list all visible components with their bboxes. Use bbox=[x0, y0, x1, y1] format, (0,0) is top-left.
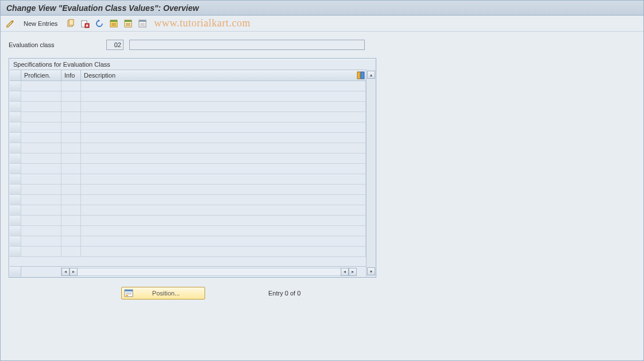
cell-proficiency[interactable] bbox=[21, 247, 61, 256]
table-row[interactable] bbox=[10, 185, 366, 195]
deselect-all-icon[interactable] bbox=[136, 18, 149, 29]
cell-proficiency[interactable] bbox=[21, 112, 61, 122]
scroll-left-end-icon[interactable]: ◂ bbox=[61, 268, 70, 276]
column-description[interactable]: Description bbox=[81, 70, 356, 80]
cell-info[interactable] bbox=[61, 102, 81, 112]
cell-description[interactable] bbox=[81, 205, 356, 215]
table-row[interactable] bbox=[10, 112, 366, 122]
table-row[interactable] bbox=[10, 91, 366, 102]
cell-proficiency[interactable] bbox=[21, 216, 61, 225]
column-proficiency[interactable]: Proficien. bbox=[21, 70, 61, 80]
cell-description[interactable] bbox=[81, 195, 356, 205]
table-row[interactable] bbox=[10, 174, 366, 185]
cell-info[interactable] bbox=[61, 226, 81, 236]
cell-description[interactable] bbox=[81, 174, 356, 184]
position-button[interactable]: Position... bbox=[121, 287, 205, 299]
select-all-column-header[interactable] bbox=[10, 70, 21, 80]
scroll-left-icon[interactable]: ▸ bbox=[70, 268, 78, 276]
select-block-icon[interactable] bbox=[122, 18, 134, 29]
scroll-right-end-icon[interactable]: ▸ bbox=[349, 268, 357, 276]
cell-info[interactable] bbox=[61, 185, 81, 194]
cell-proficiency[interactable] bbox=[21, 164, 61, 174]
row-selector[interactable] bbox=[10, 185, 21, 194]
cell-description[interactable] bbox=[81, 91, 356, 101]
row-selector[interactable] bbox=[10, 133, 21, 143]
cell-proficiency[interactable] bbox=[21, 122, 61, 132]
table-row[interactable] bbox=[10, 164, 366, 174]
cell-proficiency[interactable] bbox=[21, 195, 61, 205]
cell-description[interactable] bbox=[81, 81, 356, 91]
cell-proficiency[interactable] bbox=[21, 133, 61, 143]
cell-proficiency[interactable] bbox=[21, 143, 61, 153]
new-entries-button[interactable]: New Entries bbox=[18, 18, 63, 29]
row-selector[interactable] bbox=[10, 143, 21, 153]
cell-description[interactable] bbox=[81, 185, 356, 194]
copy-as-icon[interactable] bbox=[64, 18, 77, 29]
cell-description[interactable] bbox=[81, 133, 356, 143]
row-selector[interactable] bbox=[10, 164, 21, 174]
change-icon[interactable] bbox=[4, 18, 17, 29]
column-info[interactable]: Info bbox=[61, 70, 81, 80]
row-selector[interactable] bbox=[10, 122, 21, 132]
row-selector[interactable] bbox=[10, 195, 21, 205]
cell-description[interactable] bbox=[81, 112, 356, 122]
table-row[interactable] bbox=[10, 236, 366, 247]
cell-proficiency[interactable] bbox=[21, 102, 61, 112]
table-row[interactable] bbox=[10, 195, 366, 205]
table-row[interactable] bbox=[10, 81, 366, 91]
cell-info[interactable] bbox=[61, 91, 81, 101]
table-row[interactable] bbox=[10, 247, 366, 257]
cell-proficiency[interactable] bbox=[21, 174, 61, 184]
scroll-down-icon[interactable]: ▾ bbox=[367, 267, 375, 275]
cell-proficiency[interactable] bbox=[21, 91, 61, 101]
cell-info[interactable] bbox=[61, 247, 81, 256]
cell-proficiency[interactable] bbox=[21, 236, 61, 246]
cell-proficiency[interactable] bbox=[21, 81, 61, 91]
row-selector[interactable] bbox=[10, 91, 21, 101]
table-row[interactable] bbox=[10, 133, 366, 143]
hscroll-track[interactable] bbox=[78, 268, 341, 276]
cell-info[interactable] bbox=[61, 236, 81, 246]
cell-description[interactable] bbox=[81, 236, 356, 246]
row-selector[interactable] bbox=[10, 205, 21, 215]
cell-info[interactable] bbox=[61, 143, 81, 153]
cell-description[interactable] bbox=[81, 102, 356, 112]
table-row[interactable] bbox=[10, 153, 366, 164]
cell-proficiency[interactable] bbox=[21, 153, 61, 163]
row-selector[interactable] bbox=[10, 153, 21, 163]
evaluation-class-desc-input[interactable] bbox=[129, 40, 365, 50]
table-row[interactable] bbox=[10, 226, 366, 236]
scroll-right-icon[interactable]: ◂ bbox=[341, 268, 349, 276]
cell-info[interactable] bbox=[61, 153, 81, 163]
select-all-icon[interactable] bbox=[107, 18, 120, 29]
row-selector[interactable] bbox=[10, 226, 21, 236]
row-selector[interactable] bbox=[10, 112, 21, 122]
row-selector[interactable] bbox=[10, 247, 21, 256]
cell-info[interactable] bbox=[61, 133, 81, 143]
table-row[interactable] bbox=[10, 216, 366, 226]
cell-info[interactable] bbox=[61, 216, 81, 225]
scroll-up-icon[interactable]: ▴ bbox=[367, 71, 375, 79]
cell-proficiency[interactable] bbox=[21, 185, 61, 194]
cell-info[interactable] bbox=[61, 174, 81, 184]
cell-description[interactable] bbox=[81, 216, 356, 225]
cell-description[interactable] bbox=[81, 122, 356, 132]
cell-description[interactable] bbox=[81, 164, 356, 174]
table-row[interactable] bbox=[10, 122, 366, 133]
row-selector[interactable] bbox=[10, 174, 21, 184]
cell-description[interactable] bbox=[81, 153, 356, 163]
evaluation-class-code-input[interactable] bbox=[106, 40, 124, 50]
table-row[interactable] bbox=[10, 143, 366, 153]
cell-info[interactable] bbox=[61, 112, 81, 122]
cell-proficiency[interactable] bbox=[21, 226, 61, 236]
cell-info[interactable] bbox=[61, 122, 81, 132]
table-row[interactable] bbox=[10, 102, 366, 112]
row-selector[interactable] bbox=[10, 216, 21, 225]
cell-description[interactable] bbox=[81, 143, 356, 153]
cell-description[interactable] bbox=[81, 247, 356, 256]
cell-info[interactable] bbox=[61, 195, 81, 205]
cell-info[interactable] bbox=[61, 205, 81, 215]
cell-proficiency[interactable] bbox=[21, 205, 61, 215]
cell-info[interactable] bbox=[61, 164, 81, 174]
table-settings-icon[interactable] bbox=[356, 70, 366, 80]
